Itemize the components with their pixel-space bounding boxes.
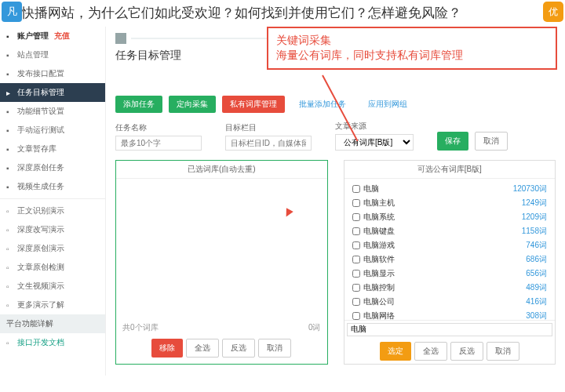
sidebar-item-task-target[interactable]: ▸ 任务目标管理	[0, 83, 105, 102]
select-all-button[interactable]: 全选	[414, 342, 447, 361]
target-col-label: 目标栏目	[225, 122, 312, 133]
sidebar-item-text-video[interactable]: ▫ 文生视频演示	[0, 277, 105, 296]
invert-button[interactable]: 反选	[222, 339, 255, 358]
word-checkbox[interactable]	[352, 270, 360, 278]
form-buttons: 保存 取消	[437, 132, 508, 151]
word-count: 1209词	[522, 212, 547, 223]
sidebar-label: 发布接口配置	[17, 68, 64, 79]
search-row	[344, 320, 556, 339]
depth-icon: ▪	[6, 164, 14, 172]
sidebar-label: 视频生成任务	[17, 181, 64, 192]
add-task-button[interactable]: 添加任务	[115, 96, 162, 113]
save-button[interactable]: 保存	[437, 132, 468, 151]
word-checkbox[interactable]	[352, 213, 360, 221]
sidebar-section-platform: 平台功能详解	[0, 314, 105, 333]
word-count: 686词	[526, 254, 547, 265]
selected-count: 共0个词库	[122, 322, 159, 333]
sidebar-label: 功能细节设置	[17, 106, 64, 117]
wrench-icon: ▪	[6, 107, 14, 115]
select-all-button[interactable]: 全选	[186, 339, 219, 358]
callout-arrow	[322, 75, 323, 150]
logo-top-right: 优	[543, 2, 563, 22]
word-item[interactable]: 电脑软件686词	[348, 252, 552, 267]
monitor-icon: ▫	[6, 245, 14, 252]
word-count: 308词	[526, 310, 547, 320]
sidebar-label: 深度改写演示	[17, 224, 64, 235]
sidebar-item-deep-original[interactable]: ▪ 深度原创任务	[0, 158, 105, 177]
word-count: 746词	[526, 240, 547, 251]
sidebar-label: 文章原创检测	[17, 262, 64, 273]
sidebar-label: 任务目标管理	[17, 87, 64, 98]
word-item[interactable]: 电脑键盘1158词	[348, 224, 552, 238]
sidebar-item-text-recognize[interactable]: ▫ 正文识别演示	[0, 201, 105, 220]
sidebar-item-video-gen[interactable]: ▪ 视频生成任务	[0, 177, 105, 196]
sidebar-item-site[interactable]: ▪ 站点管理	[0, 45, 105, 64]
word-checkbox[interactable]	[352, 256, 360, 263]
sidebar-label: 接口开发文档	[17, 337, 64, 348]
gear-icon: ▪	[6, 51, 14, 59]
word-item[interactable]: 电脑控制489词	[348, 281, 552, 295]
directed-collect-button[interactable]: 定向采集	[169, 96, 216, 113]
apply-group-button[interactable]: 应用到网组	[360, 96, 415, 113]
sidebar-item-account[interactable]: ▪ 账户管理 充值	[0, 27, 105, 45]
cancel-button[interactable]: 取消	[475, 132, 508, 151]
hand-icon: ▪	[6, 126, 14, 134]
sidebar-label: 深度原创任务	[17, 162, 64, 173]
sidebar-extra: 充值	[54, 31, 70, 42]
word-checkbox[interactable]	[352, 241, 360, 249]
select-button[interactable]: 选定	[380, 342, 411, 361]
source-select[interactable]: 公有词库[B版]	[335, 134, 414, 151]
word-checkbox[interactable]	[352, 199, 360, 207]
word-checkbox[interactable]	[352, 298, 360, 306]
available-panel-body[interactable]: 电脑120730词 电脑主机1249词 电脑系统1209词 电脑键盘1158词 …	[344, 179, 556, 320]
sidebar-item-manual-test[interactable]: ▪ 手动运行测试	[0, 121, 105, 140]
word-search-input[interactable]	[347, 323, 553, 336]
sidebar-item-deep-orig-demo[interactable]: ▫ 深度原创演示	[0, 239, 105, 258]
user-icon: ▪	[6, 32, 14, 40]
task-name-group: 任务名称	[115, 122, 202, 151]
word-item[interactable]: 电脑主机1249词	[348, 196, 552, 210]
monitor-icon: ▫	[6, 207, 14, 215]
target-col-input[interactable]	[225, 136, 312, 151]
word-item[interactable]: 电脑系统1209词	[348, 210, 552, 224]
callout-desc: 海量公有词库，同时支持私有词库管理	[276, 48, 548, 64]
sidebar-item-more-demo[interactable]: ▫ 更多演示了解	[0, 296, 105, 314]
word-checkbox[interactable]	[352, 284, 360, 292]
sidebar-label: 站点管理	[17, 49, 49, 60]
word-checkbox[interactable]	[352, 185, 360, 193]
sidebar-item-deep-rewrite[interactable]: ▫ 深度改写演示	[0, 220, 105, 239]
sidebar-item-article-cache[interactable]: ▪ 文章暂存库	[0, 140, 105, 158]
sidebar-divider	[0, 198, 105, 199]
callout-box: 关键词采集 海量公有词库，同时支持私有词库管理	[267, 27, 557, 70]
selected-panel-body	[116, 179, 327, 320]
word-count: 489词	[526, 282, 547, 293]
sidebar-label: 更多演示了解	[17, 299, 64, 310]
remove-button[interactable]: 移除	[151, 339, 183, 358]
selected-words: 0词	[308, 322, 321, 333]
word-item[interactable]: 电脑公司416词	[348, 295, 552, 309]
task-name-input[interactable]	[115, 136, 202, 151]
word-checkbox[interactable]	[352, 227, 360, 235]
sidebar-item-article-check[interactable]: ▫ 文章原创检测	[0, 258, 105, 277]
available-panel-footer-btns: 选定 全选 反选 取消	[344, 339, 556, 364]
available-words-panel: 可选公有词库[B版] 电脑120730词 电脑主机1249词 电脑系统1209词…	[344, 160, 556, 365]
flag-icon: ▸	[6, 89, 14, 96]
word-item[interactable]: 电脑网络308词	[348, 309, 552, 320]
word-count: 1249词	[522, 198, 547, 209]
form-row: 任务名称 目标栏目 文章来源 公有词库[B版] 保存 取消	[115, 121, 556, 151]
sidebar-item-api-docs[interactable]: ▫ 接口开发文档	[0, 333, 105, 352]
sidebar-item-publish[interactable]: ▪ 发布接口配置	[0, 64, 105, 83]
cancel-sel-button[interactable]: 取消	[258, 339, 291, 358]
private-lib-button[interactable]: 私有词库管理	[222, 96, 285, 113]
invert-button[interactable]: 反选	[450, 342, 483, 361]
word-checkbox[interactable]	[352, 312, 360, 320]
main-container: ▪ 账户管理 充值 ▪ 站点管理 ▪ 发布接口配置 ▸ 任务目标管理 ▪ 功能细…	[0, 27, 565, 376]
word-item[interactable]: 电脑120730词	[348, 182, 552, 196]
sidebar: ▪ 账户管理 充值 ▪ 站点管理 ▪ 发布接口配置 ▸ 任务目标管理 ▪ 功能细…	[0, 27, 106, 376]
word-item[interactable]: 电脑游戏746词	[348, 238, 552, 252]
more-icon: ▫	[6, 301, 14, 309]
sidebar-item-function[interactable]: ▪ 功能细节设置	[0, 102, 105, 121]
home-icon[interactable]	[115, 33, 126, 44]
cancel-sel-button[interactable]: 取消	[487, 342, 519, 361]
word-item[interactable]: 电脑显示656词	[348, 267, 552, 281]
